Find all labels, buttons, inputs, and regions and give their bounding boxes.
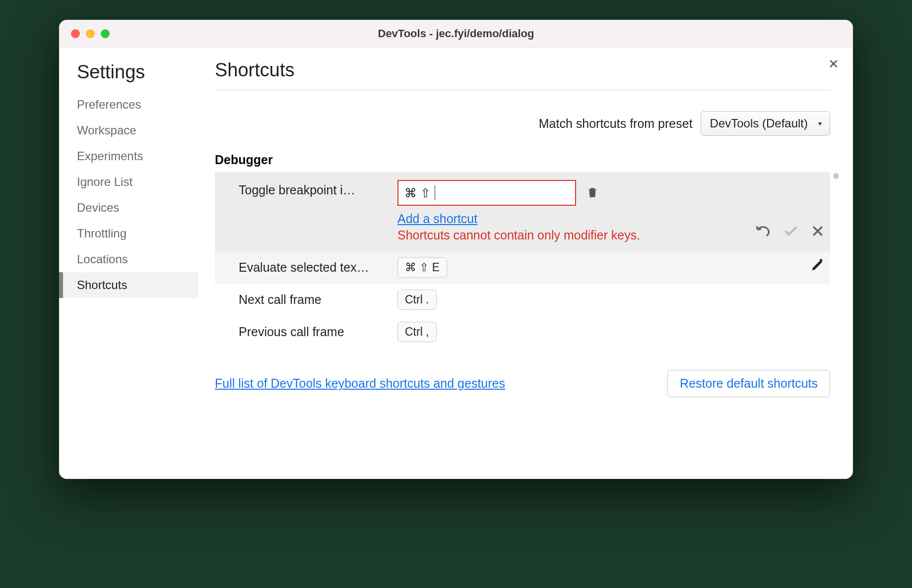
sidebar-item-shortcuts[interactable]: Shortcuts <box>59 272 198 298</box>
shortcut-label: Next call frame <box>239 290 397 307</box>
panel-footer: Full list of DevTools keyboard shortcuts… <box>215 370 830 397</box>
delete-shortcut-icon[interactable] <box>586 185 599 200</box>
shortcut-kbd: Ctrl . <box>397 290 437 310</box>
shortcut-label: Toggle breakpoint i… <box>239 180 397 197</box>
preset-value: DevTools (Default) <box>710 117 808 130</box>
section-header-debugger: Debugger <box>215 153 830 167</box>
preset-row: Match shortcuts from preset DevTools (De… <box>215 111 830 136</box>
window-title: DevTools - jec.fyi/demo/dialog <box>59 27 853 40</box>
window-zoom-button[interactable] <box>101 29 110 38</box>
panel-title: Shortcuts <box>215 59 830 90</box>
scrollbar-thumb[interactable] <box>833 173 839 179</box>
shortcut-label: Previous call frame <box>239 322 397 339</box>
devtools-settings-window: DevTools - jec.fyi/demo/dialog ✕ Setting… <box>59 20 853 479</box>
confirm-icon <box>782 223 799 239</box>
sidebar-item-throttling[interactable]: Throttling <box>59 221 198 246</box>
titlebar: DevTools - jec.fyi/demo/dialog <box>59 20 853 48</box>
sidebar-item-devices[interactable]: Devices <box>59 195 198 221</box>
shortcut-row-editing: Toggle breakpoint i… ⌘ ⇧ Add a shortcut <box>215 172 830 251</box>
shortcut-row: Next call frame Ctrl . <box>215 284 830 316</box>
shortcut-label: Evaluate selected tex… <box>239 257 397 275</box>
shortcut-kbd: ⌘ ⇧ E <box>397 257 447 278</box>
sidebar-item-ignore-list[interactable]: Ignore List <box>59 169 198 195</box>
sidebar-item-experiments[interactable]: Experiments <box>59 143 198 169</box>
sidebar-item-preferences[interactable]: Preferences <box>59 92 198 118</box>
shortcut-rows: Toggle breakpoint i… ⌘ ⇧ Add a shortcut <box>215 172 830 348</box>
sidebar-item-locations[interactable]: Locations <box>59 246 198 272</box>
window-close-button[interactable] <box>71 29 80 38</box>
preset-label: Match shortcuts from preset <box>539 117 693 131</box>
sidebar-item-workspace[interactable]: Workspace <box>59 118 198 143</box>
undo-icon[interactable] <box>755 223 772 239</box>
shortcut-error-message: Shortcuts cannot contain only modifier k… <box>397 228 646 242</box>
restore-defaults-button[interactable]: Restore default shortcuts <box>667 370 830 397</box>
settings-sidebar: Settings Preferences Workspace Experimen… <box>59 48 198 479</box>
traffic-lights <box>71 29 110 38</box>
shortcut-kbd: Ctrl , <box>397 322 437 342</box>
preset-select[interactable]: DevTools (Default) <box>701 111 830 136</box>
shortcut-row: Evaluate selected tex… ⌘ ⇧ E <box>215 251 830 284</box>
text-cursor <box>435 185 435 200</box>
shortcut-row: Previous call frame Ctrl , <box>215 316 830 348</box>
shortcut-input-keys: ⌘ ⇧ <box>404 186 431 200</box>
edit-shortcut-icon[interactable] <box>810 257 825 272</box>
shortcuts-panel: Shortcuts Match shortcuts from preset De… <box>198 48 853 479</box>
window-minimize-button[interactable] <box>86 29 95 38</box>
add-shortcut-link[interactable]: Add a shortcut <box>397 212 477 226</box>
full-shortcut-list-link[interactable]: Full list of DevTools keyboard shortcuts… <box>215 376 505 391</box>
cancel-icon[interactable] <box>810 224 825 238</box>
sidebar-title: Settings <box>59 59 198 92</box>
shortcut-input[interactable]: ⌘ ⇧ <box>397 180 576 206</box>
